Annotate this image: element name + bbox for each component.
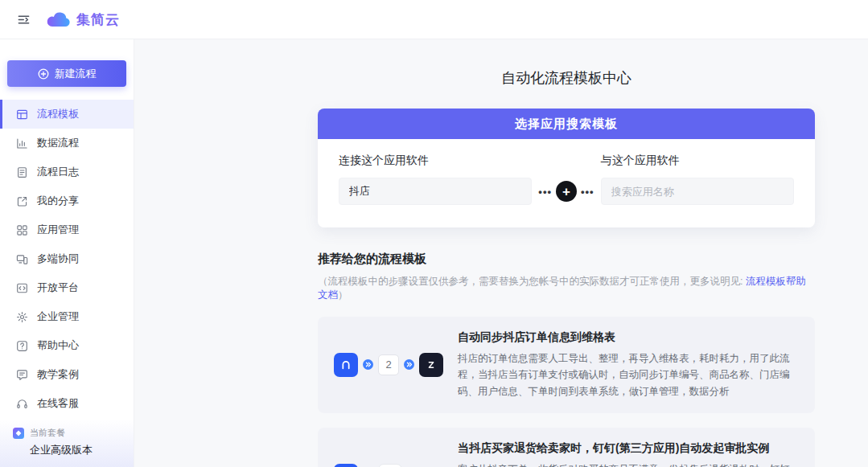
sidebar-item-label: 数据流程 (37, 136, 79, 150)
share-icon (16, 195, 28, 207)
apps-plus-connector: ••• + ••• (532, 178, 600, 205)
search-card-body: 连接这个应用软件 ••• + ••• 与这个应用软件 (318, 139, 815, 227)
plan-row: 当前套餐 (13, 427, 121, 439)
search-card-header: 选择应用搜索模板 (318, 109, 815, 139)
note-suffix: ） (338, 289, 348, 301)
logo-text: 集简云 (76, 10, 120, 29)
bar-chart-icon (16, 137, 28, 150)
sidebar-item-label: 在线客服 (37, 396, 79, 411)
right-app-input[interactable] (601, 178, 794, 205)
sidebar-item-open-platform[interactable]: 开放平台 (0, 273, 134, 302)
connector-dots-right: ••• (581, 186, 594, 197)
new-flow-button[interactable]: 新建流程 (7, 60, 126, 87)
sidebar-item-online-support[interactable]: 在线客服 (0, 389, 134, 418)
collapse-sidebar-icon[interactable] (14, 10, 32, 28)
template-card[interactable]: 当抖店买家退货给卖家时，钉钉(第三方应用)自动发起审批实例 客户从抖音下单，收货… (318, 428, 815, 467)
sidebar-item-data-flow[interactable]: 数据流程 (0, 129, 134, 158)
dingtalk-app-icon (378, 464, 402, 467)
template-icon (16, 109, 28, 121)
sidebar-item-teaching-cases[interactable]: 教学案例 (0, 360, 134, 389)
plus-circle-icon (38, 68, 49, 80)
template-info: 自动同步抖店订单信息到维格表 抖店的订单信息需要人工导出、整理，再导入维格表，耗… (458, 330, 799, 399)
template-title: 当抖店买家退货给卖家时，钉钉(第三方应用)自动发起审批实例 (458, 441, 799, 456)
logo[interactable]: 集简云 (45, 10, 120, 29)
sidebar: 新建流程 流程模板 数据流程 流程日志 我的分享 (0, 39, 134, 467)
left-app-label: 连接这个应用软件 (339, 154, 532, 168)
doudian-app-icon (334, 464, 358, 467)
topbar: 集简云 (0, 0, 868, 39)
sidebar-item-label: 帮助中心 (37, 338, 79, 353)
sidebar-item-label: 开放平台 (37, 281, 79, 295)
recommend-title: 推荐给您的流程模板 (318, 252, 815, 267)
sidebar-item-multi-device[interactable]: 多端协同 (0, 244, 134, 273)
recommend-note: （流程模板中的步骤设置仅供参考，需要替换为您帐号中的实际数据才可正常使用，更多说… (318, 275, 815, 302)
log-icon (16, 166, 28, 178)
connector-dots-left: ••• (538, 186, 552, 197)
plan-badge-icon (13, 428, 24, 439)
sidebar-item-label: 应用管理 (37, 223, 79, 237)
sidebar-menu: 流程模板 数据流程 流程日志 我的分享 应用管理 (0, 100, 134, 419)
frame: 新建流程 流程模板 数据流程 流程日志 我的分享 (0, 39, 868, 467)
devices-icon (16, 253, 28, 265)
chat-icon (16, 369, 28, 381)
sidebar-item-label: 教学案例 (37, 367, 79, 382)
template-card[interactable]: 2 自动同步抖店订单信息到维格表 抖店的订单信息需要人工导出、整理，再导入维格表… (318, 317, 815, 413)
headset-icon (16, 398, 28, 410)
template-apps-cluster (334, 464, 445, 467)
vika-app-icon (419, 353, 443, 377)
sidebar-item-enterprise-management[interactable]: 企业管理 (0, 302, 134, 331)
question-icon (16, 340, 28, 352)
sidebar-item-flow-logs[interactable]: 流程日志 (0, 158, 134, 186)
sidebar-item-label: 多端协同 (37, 252, 79, 266)
gear-icon (16, 311, 28, 323)
left-app-column: 连接这个应用软件 (339, 154, 532, 205)
note-prefix: （流程模板中的步骤设置仅供参考，需要替换为您帐号中的实际数据才可正常使用，更多说… (318, 276, 746, 287)
left-app-input[interactable] (339, 178, 532, 205)
app-search-card: 选择应用搜索模板 连接这个应用软件 ••• + ••• 与这个应用软件 (318, 109, 815, 227)
doudian-app-icon (334, 353, 358, 377)
sidebar-item-app-management[interactable]: 应用管理 (0, 215, 134, 244)
template-apps-cluster: 2 (334, 353, 445, 377)
sidebar-item-flow-templates[interactable]: 流程模板 (0, 100, 134, 129)
code-icon (16, 282, 28, 294)
plan-name: 企业高级版本 (30, 443, 121, 457)
cloud-logo-icon (45, 10, 71, 28)
plan-label: 当前套餐 (30, 427, 65, 439)
plus-icon: + (556, 181, 577, 202)
main-content: 自动化流程模板中心 选择应用搜索模板 连接这个应用软件 ••• + ••• (134, 39, 868, 467)
sidebar-item-label: 流程日志 (37, 165, 79, 179)
right-app-column: 与这个应用软件 (601, 154, 794, 205)
sidebar-item-label: 企业管理 (37, 309, 79, 324)
apps-grid-icon (16, 224, 28, 236)
template-title: 自动同步抖店订单信息到维格表 (458, 330, 799, 345)
sidebar-item-label: 流程模板 (37, 107, 79, 121)
sidebar-item-my-shares[interactable]: 我的分享 (0, 186, 134, 215)
current-plan-panel: 当前套餐 企业高级版本 (0, 419, 134, 467)
template-info: 当抖店买家退货给卖家时，钉钉(第三方应用)自动发起审批实例 客户从抖音下单，收货… (458, 441, 799, 467)
page-title: 自动化流程模板中心 (318, 68, 815, 88)
sidebar-item-label: 我的分享 (37, 194, 79, 208)
step-count-badge: 2 (378, 354, 399, 375)
template-description: 客户从抖音下单，收货后对购买的商品不满意，发起售后退货退款时，钉钉会自动发起审批… (458, 461, 799, 467)
flow-arrow-icon (363, 359, 373, 370)
template-description: 抖店的订单信息需要人工导出、整理，再导入维格表，耗时耗力，用了此流程，当抖店当有… (458, 350, 799, 399)
app-window: 集简云 新建流程 流程模板 数据流程 (0, 0, 868, 467)
new-flow-label: 新建流程 (55, 67, 97, 81)
right-app-label: 与这个应用软件 (601, 154, 794, 168)
flow-arrow-icon (404, 359, 414, 370)
sidebar-item-help-center[interactable]: 帮助中心 (0, 331, 134, 360)
